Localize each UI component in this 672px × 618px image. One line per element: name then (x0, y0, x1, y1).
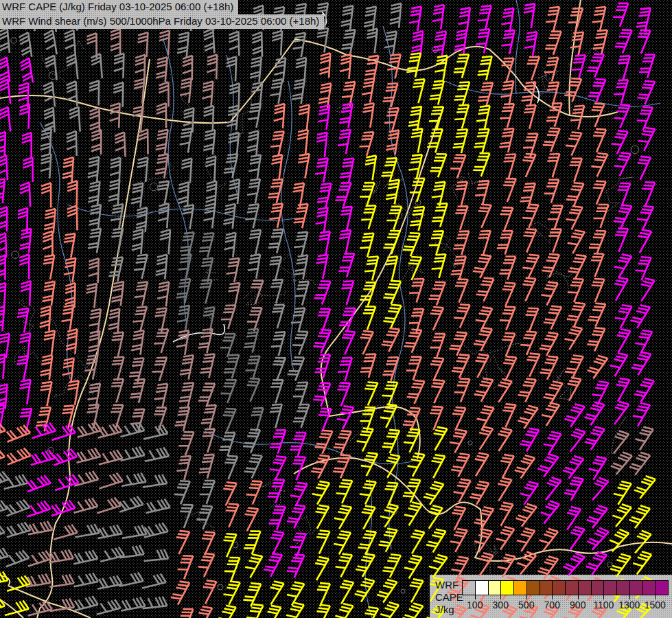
wind-barb (271, 30, 282, 56)
wind-barb (498, 101, 513, 127)
wind-barb (521, 130, 537, 157)
wind-barb (477, 54, 492, 80)
legend-color-cell (513, 580, 527, 595)
wind-barb (583, 399, 605, 425)
wind-barb (500, 152, 516, 178)
wind-barb (73, 523, 100, 537)
wind-barb (246, 253, 260, 279)
wind-barb (44, 208, 56, 233)
wind-barb (40, 153, 51, 179)
wind-barb (242, 580, 262, 607)
wind-barb (605, 527, 629, 551)
wind-barb (89, 80, 100, 105)
wind-barb (634, 104, 653, 130)
wind-barb (612, 77, 628, 103)
legend-color-cell (488, 580, 502, 595)
wind-barb (408, 105, 421, 131)
wind-barb (629, 302, 650, 328)
wind-barb (29, 422, 56, 438)
wind-barb (564, 227, 585, 253)
wind-barb (631, 227, 651, 253)
wind-barb (315, 27, 328, 53)
wind-barb (224, 256, 239, 282)
wind-barb (244, 602, 264, 618)
wind-barb (65, 379, 78, 405)
wind-barb (513, 453, 535, 479)
wind-barb (586, 454, 607, 480)
wind-barb (590, 5, 605, 31)
wind-barb (119, 597, 146, 610)
wind-barb (309, 479, 329, 505)
wind-barb (340, 80, 356, 106)
legend-color-cell (629, 580, 643, 595)
wind-barb (611, 251, 632, 277)
wind-barb (296, 128, 308, 154)
legend-color-cell (603, 580, 617, 595)
wind-barb (71, 595, 97, 611)
legend-color-cell (655, 580, 669, 595)
wind-barb (332, 452, 350, 479)
wind-barb (0, 306, 4, 331)
wind-barb (60, 304, 73, 330)
wind-barb (561, 374, 581, 400)
wind-barb (421, 503, 443, 529)
wind-barb (401, 499, 422, 525)
wind-barb (292, 401, 309, 428)
wind-barb (183, 56, 192, 80)
wind-barb (422, 479, 444, 505)
wind-barb (65, 283, 75, 308)
wind-barb (540, 428, 561, 455)
wind-barb (586, 275, 605, 302)
wind-barb (633, 275, 654, 301)
wind-barb (472, 304, 492, 330)
wind-barb (242, 426, 260, 453)
wind-barb (154, 152, 167, 179)
wind-barb (565, 180, 583, 207)
wind-barb (403, 253, 421, 280)
wind-barb (381, 551, 401, 577)
wind-barb (411, 30, 423, 56)
wind-barb (94, 496, 121, 513)
wind-barb (42, 280, 55, 306)
wind-barb (0, 28, 10, 54)
wind-barb (131, 304, 147, 330)
wind-barb (496, 228, 512, 255)
wind-barb (566, 5, 583, 32)
wind-barb (52, 474, 79, 490)
wind-barb (110, 157, 121, 183)
wind-barb (385, 178, 399, 204)
cape-legend: WRF CAPE J/kg 10030050070090011001300150… (430, 575, 672, 618)
wind-barb (91, 130, 101, 154)
wind-barb (339, 54, 351, 79)
wind-barb (448, 329, 467, 356)
wind-barb (110, 203, 124, 229)
wind-barb (120, 472, 146, 486)
wind-barb (43, 231, 52, 256)
wind-barb (198, 477, 215, 504)
wind-barb (244, 478, 262, 505)
wind-barb (40, 306, 51, 331)
wind-barb (88, 308, 100, 333)
wind-barb (614, 54, 629, 80)
wind-barb (447, 526, 467, 552)
wind-barb (495, 204, 513, 231)
wind-barb (43, 30, 57, 56)
wind-barb (364, 54, 379, 80)
wind-barb (242, 551, 262, 577)
wind-barb (568, 30, 583, 56)
wind-barb (225, 281, 240, 307)
wind-barb (310, 602, 330, 618)
wind-barb (430, 251, 445, 277)
wind-barb (538, 353, 557, 379)
wind-barb (375, 577, 397, 603)
wind-barb (308, 554, 329, 580)
wind-barb (544, 5, 559, 31)
wind-barb (181, 203, 194, 229)
wind-barb (382, 227, 400, 254)
wind-barb (288, 530, 306, 557)
wind-barb (61, 357, 73, 382)
wind-barb (358, 304, 375, 330)
wind-barb (425, 526, 446, 552)
wind-barb (115, 132, 126, 157)
wind-barb (286, 551, 305, 578)
